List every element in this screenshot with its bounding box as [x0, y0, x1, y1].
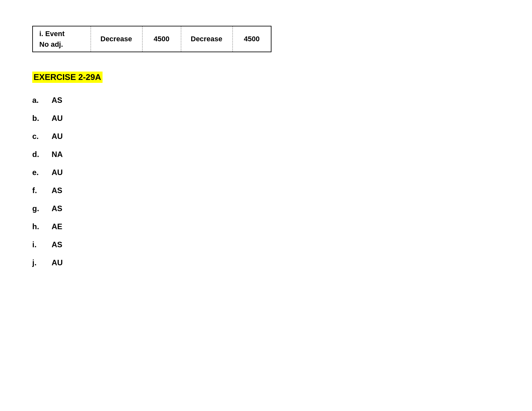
col1-cell: Decrease — [91, 26, 142, 52]
col2-cell: 4500 — [142, 26, 181, 52]
item-value: AE — [52, 222, 62, 231]
item-label: d. — [32, 150, 52, 159]
list-item: g.AS — [32, 204, 500, 213]
item-label: i. — [32, 240, 52, 249]
table-row: i. Event No adj. Decrease 4500 Decrease … — [33, 26, 271, 52]
item-label: c. — [32, 132, 52, 141]
item-label: j. — [32, 258, 52, 267]
item-label: h. — [32, 222, 52, 231]
item-value: AS — [52, 204, 62, 213]
exercise-section: EXERCISE 2-29A a.ASb.AUc.AUd.NAe.AUf.ASg… — [32, 72, 500, 267]
item-label: f. — [32, 186, 52, 195]
list-item: j.AU — [32, 258, 500, 267]
item-value: AU — [52, 168, 63, 177]
data-table: i. Event No adj. Decrease 4500 Decrease … — [32, 26, 271, 52]
list-item: h.AE — [32, 222, 500, 231]
item-value: AS — [52, 96, 62, 105]
list-item: e.AU — [32, 168, 500, 177]
item-value: AU — [52, 258, 63, 267]
item-label: g. — [32, 204, 52, 213]
item-label: a. — [32, 96, 52, 105]
list-item: d.NA — [32, 150, 500, 159]
item-value: AU — [52, 114, 63, 123]
list-item: i.AS — [32, 240, 500, 249]
col3-cell: Decrease — [181, 26, 232, 52]
list-item: b.AU — [32, 114, 500, 123]
item-value: AS — [52, 240, 62, 249]
item-value: NA — [52, 150, 63, 159]
col4-cell: 4500 — [232, 26, 271, 52]
row-label: i. Event No adj. — [33, 26, 91, 52]
list-item: f.AS — [32, 186, 500, 195]
table-section: i. Event No adj. Decrease 4500 Decrease … — [32, 26, 500, 52]
item-label: e. — [32, 168, 52, 177]
exercise-title: EXERCISE 2-29A — [32, 72, 103, 83]
exercise-list: a.ASb.AUc.AUd.NAe.AUf.ASg.ASh.AEi.ASj.AU — [32, 96, 500, 267]
list-item: c.AU — [32, 132, 500, 141]
item-value: AS — [52, 186, 62, 195]
item-label: b. — [32, 114, 52, 123]
item-value: AU — [52, 132, 63, 141]
list-item: a.AS — [32, 96, 500, 105]
